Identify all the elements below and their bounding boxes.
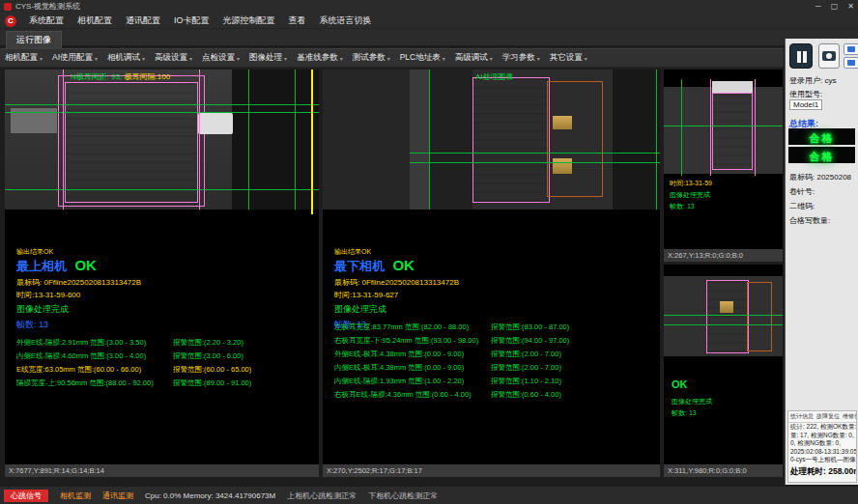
toolbar-item[interactable]: 图像处理▾ [244, 52, 292, 64]
measurement-row: 内侧E线-隔膜:1.93mm 范围:(1.00 - 2.20) 报警范围:(1.… [334, 375, 634, 388]
menu-item[interactable]: 系统配置 [22, 14, 71, 27]
menu-item[interactable]: 光源控制配置 [216, 14, 282, 27]
toolbar-item[interactable]: 测试参数▾ [348, 52, 395, 64]
roi-outline-orange [747, 282, 772, 351]
menubar: C 系统配置相机配置通讯配置IO卡配置光源控制配置查看系统语言切换 [0, 14, 858, 29]
overlay-line [199, 70, 200, 210]
thumb-result-status: OK [672, 378, 688, 390]
maximize-button[interactable]: ▢ [831, 0, 839, 14]
camera-thumb-bottom[interactable]: OK 图像处理完成帧数: 13 [664, 265, 783, 464]
heartbeat-badge: 心跳信号 [4, 490, 48, 502]
close-button[interactable]: ✕ [847, 0, 854, 14]
dropdown-caret-icon: ▾ [443, 55, 445, 62]
process-text: 图像处理完成 [16, 303, 141, 316]
overlay-line [681, 79, 682, 176]
overlay-line [311, 70, 313, 214]
cell-region [65, 82, 198, 203]
camera-view-upper[interactable]: N极耳间距: 93; 极耳间隔:100 输出结果OK 最上相机 OK 最标码: … [5, 70, 319, 464]
snapshot-button[interactable] [844, 43, 858, 55]
dropdown-caret-icon: ▾ [40, 55, 43, 62]
measurement-row: 右极耳E线-隔膜:4.36mm 范围:(0.60 - 4.00) 报警范围:(0… [334, 388, 634, 402]
stats-tab[interactable]: 故障复位 [816, 412, 840, 421]
stats-tab[interactable]: 维修信息 [843, 412, 857, 421]
dropdown-caret-icon: ▾ [142, 55, 145, 62]
app-logo-icon: C [5, 15, 16, 27]
image-icon [847, 60, 855, 66]
login-user-value: cys [824, 76, 836, 85]
stats-line: 量: 17, 检测NG数量: 0, [788, 432, 856, 440]
camera-image-region [410, 70, 429, 210]
pause-icon [803, 51, 807, 63]
stats-line: 0-cys一号上相机—图像 [788, 456, 856, 464]
process-text: 图像处理完成 [334, 303, 459, 316]
measurement-row: 内侧E线-隔膜:4.60mm 范围:(3.00 - 4.00) 报警范围:(3.… [16, 350, 316, 363]
toolbar-item[interactable]: AI使用配置▾ [47, 52, 102, 64]
ai-label: AI处理图像 [475, 71, 514, 82]
measurement-row: 外侧E线-隔膜:2.91mm 范围:(3.00 - 3.50) 报警范围:(2.… [16, 336, 316, 350]
camera-thumb-top[interactable]: 时间:13-31-59图像处理完成帧数: 13 [664, 70, 783, 249]
contact-region [720, 301, 733, 313]
camera-toggle-button[interactable] [818, 43, 840, 69]
upper-cam-heartbeat: 上相机心跳检测正常 [287, 490, 357, 501]
app-window: CYS-视觉检测系统 ─ ▢ ✕ C 系统配置相机配置通讯配置IO卡配置光源控制… [0, 0, 858, 504]
frame-text: 帧数: 13 [16, 319, 141, 331]
comm-monitor-status: 通讯监测 [102, 490, 133, 501]
menu-item[interactable]: IO卡配置 [167, 14, 216, 27]
result-status: OK [74, 257, 97, 273]
menu-item[interactable]: 系统语言切换 [313, 14, 379, 27]
minimize-button[interactable]: ─ [815, 0, 821, 14]
roi-outline-orange [547, 81, 603, 197]
overlay-line [248, 70, 249, 210]
tab-connector [198, 113, 233, 134]
overlay-line [5, 112, 319, 113]
camera-name: 最上相机 [16, 258, 67, 275]
pause-button[interactable] [789, 43, 813, 69]
side-panel: 登录用户: cys 使用型号: Model1 总结果: 合格 合格 最标码: 2… [785, 39, 858, 485]
toolbar-item[interactable]: 相机配置▾ [0, 52, 47, 64]
overlay-line [295, 70, 296, 210]
stats-lines: 统计: 222, 检测OK数量:量: 17, 检测NG数量: 0,0, 检测NG… [788, 423, 856, 464]
toolbar-item[interactable]: 高级设置▾ [150, 52, 197, 64]
thumb-info-line: 时间:13-31-59 [670, 178, 712, 189]
cell-region [706, 280, 749, 353]
dropdown-caret-icon: ▾ [490, 55, 493, 62]
camera-monitor-status: 相机监测 [60, 490, 91, 501]
camera-view-lower[interactable]: AI处理图像 输出结果OK 最下相机 OK 最标码: 0Ffiine202502… [323, 70, 660, 464]
toolbar-item[interactable]: 学习参数▾ [498, 52, 545, 64]
image-icon [847, 46, 855, 52]
thumb-info-line: 帧数: 13 [672, 407, 712, 419]
cpu-memory-status: Cpu: 0.0% Memory: 3424.41790673M [145, 491, 275, 500]
overlay-line [410, 162, 660, 163]
overlay-line [664, 324, 783, 325]
panel-field: 卷针号: [789, 184, 856, 199]
toolbar-item[interactable]: 相机调试▾ [102, 52, 150, 64]
stats-tab[interactable]: 统计信息 [790, 412, 814, 421]
thumb-info-lines: 时间:13-31-59图像处理完成帧数: 13 [670, 178, 712, 212]
menu-item[interactable]: 通讯配置 [119, 14, 167, 27]
statusbar: 心跳信号 相机监测 通讯监测 Cpu: 0.0% Memory: 3424.41… [0, 487, 858, 504]
cell-region [712, 93, 753, 170]
camera-icon [822, 51, 836, 61]
menu-item[interactable]: 查看 [282, 14, 313, 27]
toolbar-item[interactable]: 高级调试▾ [450, 52, 498, 64]
overlay-line [656, 70, 657, 210]
result-block: 输出结果OK 最上相机 OK 最标码: 0Ffiine2025020813313… [16, 247, 141, 331]
toolbar-item[interactable]: PLC地址表▾ [395, 52, 450, 64]
dropdown-caret-icon: ▾ [537, 55, 540, 62]
tab-connector [712, 81, 753, 93]
camera-image-region [613, 70, 660, 210]
dropdown-caret-icon: ▾ [189, 55, 192, 62]
tab-run-image[interactable]: 运行图像 [6, 31, 62, 49]
menu-item[interactable]: 相机配置 [71, 14, 119, 27]
dropdown-caret-icon: ▾ [585, 55, 587, 62]
record-button[interactable] [844, 57, 858, 69]
panel-field: 二维码: [789, 199, 856, 213]
toolbar-item[interactable]: 其它设置▾ [545, 52, 592, 64]
time-text: 时间:13-31-59-600 [16, 290, 141, 300]
model-select[interactable]: Model1 [789, 99, 822, 110]
overlay-line [429, 70, 430, 210]
toolbar-item[interactable]: 基准线参数▾ [292, 52, 348, 64]
dropdown-caret-icon: ▾ [284, 55, 287, 62]
overlay-line [664, 315, 783, 316]
toolbar-item[interactable]: 点检设置▾ [197, 52, 244, 64]
